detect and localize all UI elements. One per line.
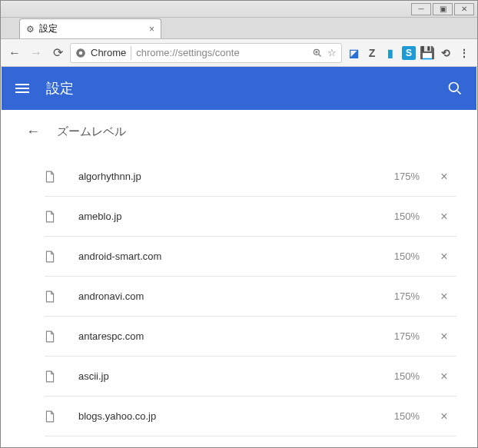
svg-point-6	[450, 83, 459, 92]
reload-button[interactable]: ⟳	[48, 44, 67, 62]
file-icon	[45, 211, 58, 223]
extension-icon-s[interactable]: S	[400, 45, 417, 61]
site-host: algorhythnn.jp	[71, 171, 369, 182]
remove-site-button[interactable]: ×	[432, 170, 456, 184]
site-zoom-value: 150%	[381, 211, 420, 222]
extension-icon-3[interactable]: ▮	[382, 45, 399, 61]
zoom-site-row: blogs.yahoo.co.jp150%×	[45, 397, 456, 436]
extension-icon-z[interactable]: Z	[363, 45, 380, 61]
section-back-button[interactable]: ←	[26, 124, 40, 140]
settings-appbar: 設定	[2, 67, 476, 110]
remove-site-button[interactable]: ×	[432, 250, 456, 264]
zoom-site-row: andronavi.com175%×	[45, 277, 456, 317]
omnibox-url: chrome://settings/conte	[136, 47, 307, 58]
svg-line-7	[457, 91, 460, 94]
close-window-button[interactable]: ✕	[454, 3, 474, 15]
site-zoom-value: 175%	[381, 171, 420, 182]
page-content: 設定 ← ズームレベル algorhythnn.jp175%×ameblo.jp…	[2, 67, 476, 446]
site-zoom-value: 150%	[381, 410, 420, 422]
tab-strip: ⚙ 設定 ×	[1, 18, 477, 39]
tab-close-icon[interactable]: ×	[149, 24, 154, 35]
remove-site-button[interactable]: ×	[432, 210, 456, 224]
svg-line-3	[319, 54, 321, 56]
remove-site-button[interactable]: ×	[432, 290, 456, 304]
chrome-menu-button[interactable]: ⋮	[456, 45, 473, 61]
zoom-icon[interactable]	[312, 48, 323, 58]
chrome-logo-icon	[75, 48, 86, 58]
file-icon	[45, 410, 58, 423]
hamburger-menu-button[interactable]	[15, 81, 34, 95]
zoom-site-row: algorhythnn.jp175%×	[45, 157, 456, 197]
settings-title: 設定	[46, 79, 74, 98]
settings-scroll-area[interactable]: ← ズームレベル algorhythnn.jp175%×ameblo.jp150…	[2, 110, 476, 446]
extension-icons: ◪ Z ▮ S 💾 ⟲ ⋮	[345, 45, 473, 61]
extension-icon-1[interactable]: ◪	[345, 45, 362, 61]
file-icon	[45, 171, 58, 183]
zoom-site-row: antarespc.com175%×	[45, 317, 456, 357]
site-zoom-value: 150%	[381, 370, 420, 382]
browser-window: ─ ▣ ✕ ⚙ 設定 × ← → ⟳ Chrome chrome://setti…	[0, 0, 478, 448]
window-controls: ─ ▣ ✕	[411, 3, 477, 15]
site-zoom-value: 175%	[381, 330, 420, 342]
minimize-button[interactable]: ─	[411, 3, 431, 15]
back-button[interactable]: ←	[5, 44, 24, 62]
maximize-button[interactable]: ▣	[433, 3, 453, 15]
zoom-site-row: ascii.jp150%×	[45, 357, 456, 397]
site-host: antarespc.com	[71, 330, 369, 342]
tab-title: 設定	[39, 22, 58, 35]
forward-button[interactable]: →	[27, 44, 45, 62]
browser-tab[interactable]: ⚙ 設定 ×	[19, 18, 161, 38]
os-titlebar: ─ ▣ ✕	[1, 1, 477, 18]
omnibox-divider	[131, 46, 131, 60]
extension-icon-save[interactable]: 💾	[419, 45, 436, 61]
gear-icon: ⚙	[26, 24, 35, 35]
site-zoom-value: 175%	[381, 290, 420, 302]
site-host: android-smart.com	[71, 251, 369, 262]
site-host: ascii.jp	[71, 370, 369, 382]
omnibox[interactable]: Chrome chrome://settings/conte ☆	[70, 43, 342, 63]
site-host: ameblo.jp	[71, 211, 369, 222]
site-zoom-value: 150%	[381, 251, 420, 262]
omnibox-scheme-label: Chrome	[91, 47, 126, 58]
extension-icon-sync[interactable]: ⟲	[437, 45, 454, 61]
file-icon	[45, 370, 58, 383]
bookmark-star-icon[interactable]: ☆	[327, 47, 337, 58]
section-header: ← ズームレベル	[2, 110, 476, 148]
file-icon	[45, 330, 58, 343]
zoom-site-list: algorhythnn.jp175%×ameblo.jp150%×android…	[2, 148, 476, 436]
remove-site-button[interactable]: ×	[432, 370, 456, 383]
remove-site-button[interactable]: ×	[432, 330, 456, 343]
address-bar: ← → ⟳ Chrome chrome://settings/conte ☆ ◪…	[1, 39, 477, 67]
site-host: andronavi.com	[71, 290, 369, 302]
settings-search-button[interactable]	[447, 81, 463, 96]
remove-site-button[interactable]: ×	[432, 410, 456, 423]
section-title: ズームレベル	[57, 124, 126, 139]
svg-point-1	[79, 51, 83, 55]
file-icon	[45, 251, 58, 263]
zoom-site-row: android-smart.com150%×	[45, 237, 456, 277]
site-host: blogs.yahoo.co.jp	[71, 410, 369, 422]
zoom-site-row: ameblo.jp150%×	[45, 197, 456, 237]
file-icon	[45, 290, 58, 303]
